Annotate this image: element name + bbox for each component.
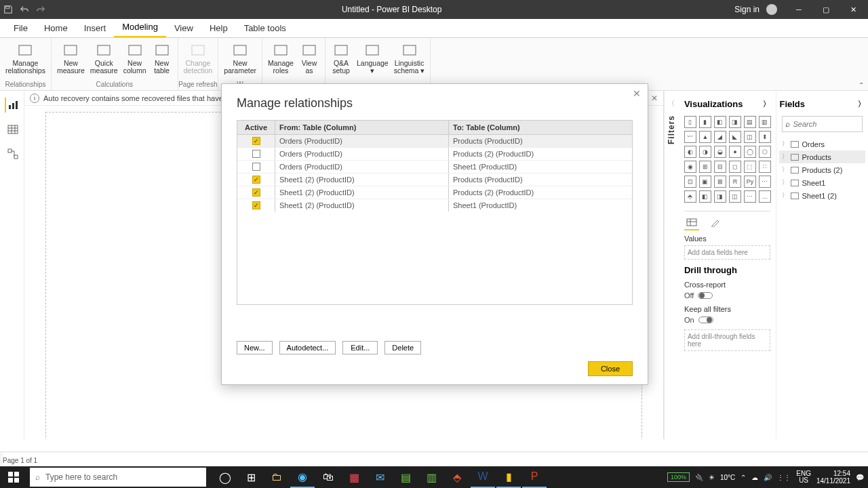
report-view-icon[interactable] (5, 98, 20, 113)
ribbon-linguistic[interactable]: Linguisticschema ▾ (391, 41, 428, 80)
viz-item-11[interactable]: ⬍ (759, 131, 771, 143)
viz-item-20[interactable]: ⊟ (714, 161, 726, 173)
tab-modeling[interactable]: Modeling (114, 18, 166, 37)
ribbon-new[interactable]: Newparameter (221, 41, 259, 80)
powerpoint-icon[interactable]: P (522, 466, 547, 488)
start-button[interactable] (0, 466, 27, 488)
field-orders[interactable]: 〉Orders (779, 138, 865, 150)
filters-expand-icon[interactable]: 〈 (668, 99, 675, 108)
ribbon-manage[interactable]: Manageroles (265, 41, 296, 80)
viz-item-10[interactable]: ◫ (744, 131, 756, 143)
viz-item-0[interactable]: ▯ (684, 116, 696, 128)
redo-icon[interactable] (33, 0, 49, 19)
viz-item-33[interactable]: ◫ (729, 190, 741, 203)
relationship-row[interactable]: ✓Sheet1 (2) (ProductID)Sheet1 (ProductID… (237, 199, 632, 211)
cross-report-toggle[interactable] (698, 292, 713, 299)
viz-item-27[interactable]: R (729, 176, 741, 188)
tab-home[interactable]: Home (36, 19, 76, 37)
viz-item-28[interactable]: Py (744, 176, 756, 188)
taskview-icon[interactable]: ⊞ (239, 466, 263, 488)
weather-icon[interactable]: ☀ (709, 474, 715, 481)
notice-close-icon[interactable]: ✕ (651, 94, 658, 103)
field-products[interactable]: 〉Products (779, 150, 865, 163)
explorer-icon[interactable]: 🗀 (264, 466, 289, 488)
viz-item-19[interactable]: ⊞ (699, 161, 711, 173)
lang-2[interactable]: US (796, 477, 811, 484)
powerbi-icon[interactable]: ▮ (496, 466, 521, 488)
app-red-icon[interactable]: ▦ (342, 466, 366, 488)
cortana-icon[interactable]: ◯ (213, 466, 237, 488)
viz-item-24[interactable]: ⊡ (684, 176, 696, 188)
active-checkbox[interactable] (252, 163, 260, 171)
ribbon-q-a[interactable]: Q&Asetup (328, 41, 354, 80)
viz-item-31[interactable]: ◧ (699, 190, 711, 203)
active-checkbox[interactable]: ✓ (252, 201, 260, 209)
app-green2-icon[interactable]: ▥ (419, 466, 443, 488)
viz-item-17[interactable]: ⬡ (759, 146, 771, 158)
tray-expand-icon[interactable]: ⌃ (741, 474, 746, 481)
taskbar-search[interactable]: ⌕Type here to search (30, 468, 206, 487)
delete-button[interactable]: Delete (384, 341, 421, 354)
viz-item-23[interactable]: ∷ (759, 161, 771, 173)
maximize-button[interactable]: ▢ (814, 0, 838, 19)
viz-item-35[interactable]: … (759, 190, 771, 203)
viz-item-6[interactable]: 〰 (684, 131, 696, 143)
word-icon[interactable]: W (471, 466, 495, 488)
viz-item-21[interactable]: ◻ (729, 161, 741, 173)
viz-item-7[interactable]: ▲ (699, 131, 711, 143)
field-sheet1[interactable]: 〉Sheet1 (779, 176, 865, 189)
mail-icon[interactable]: ✉ (368, 466, 392, 488)
tab-view[interactable]: View (166, 19, 201, 37)
ribbon-quick[interactable]: Quickmeasure (87, 41, 121, 80)
minimize-button[interactable]: ─ (787, 0, 811, 19)
relationship-row[interactable]: Orders (ProductID)Products (2) (ProductI… (237, 148, 632, 161)
active-checkbox[interactable]: ✓ (252, 188, 260, 197)
viz-item-4[interactable]: ▤ (744, 116, 756, 128)
active-checkbox[interactable]: ✓ (252, 137, 260, 145)
tab-table-tools[interactable]: Table tools (236, 19, 294, 37)
viz-item-32[interactable]: ◨ (714, 190, 726, 203)
ribbon-new[interactable]: Newcolumn (121, 41, 149, 80)
viz-collapse-icon[interactable]: 〉 (763, 99, 770, 109)
dialog-close-icon[interactable]: ✕ (633, 88, 641, 99)
volume-icon[interactable]: 🔊 (764, 474, 772, 481)
viz-item-5[interactable]: ▥ (759, 116, 771, 128)
drill-drop[interactable]: Add drill-through fields here (684, 329, 771, 351)
office-icon[interactable]: ⬘ (445, 466, 469, 488)
viz-item-8[interactable]: ◢ (714, 131, 726, 143)
relationship-row[interactable]: Orders (ProductID)Sheet1 (ProductID) (237, 161, 632, 174)
undo-icon[interactable] (16, 0, 33, 19)
filters-pane-collapsed[interactable]: 〈 Filters (664, 91, 679, 453)
fields-search-input[interactable] (793, 120, 859, 128)
ribbon-collapse-icon[interactable]: ⌃ (859, 81, 864, 89)
model-view-icon[interactable] (5, 146, 20, 161)
ribbon-view[interactable]: Viewas (296, 41, 322, 80)
viz-item-9[interactable]: ◣ (729, 131, 741, 143)
format-tab-icon[interactable] (707, 216, 722, 230)
tab-help[interactable]: Help (201, 19, 236, 37)
relationship-row[interactable]: ✓Orders (ProductID)Products (ProductID) (237, 135, 632, 148)
active-checkbox[interactable]: ✓ (252, 176, 260, 184)
fields-collapse-icon[interactable]: 〉 (858, 99, 865, 109)
viz-item-3[interactable]: ◨ (729, 116, 741, 128)
ribbon-new[interactable]: Newmeasure (54, 41, 87, 80)
power-icon[interactable]: 🔌 (695, 474, 703, 481)
viz-item-16[interactable]: ◯ (744, 146, 756, 158)
viz-item-34[interactable]: ⋯ (744, 190, 756, 203)
viz-item-18[interactable]: ◉ (684, 161, 696, 173)
edit-button[interactable]: Edit... (342, 341, 378, 354)
wifi-icon[interactable]: ⋮⋮ (777, 474, 791, 481)
viz-item-1[interactable]: ▮ (699, 116, 711, 128)
viz-item-13[interactable]: ◑ (699, 146, 711, 158)
fields-search[interactable]: ⌕ (782, 116, 863, 132)
user-avatar-icon[interactable] (766, 4, 777, 15)
ribbon-language[interactable]: Language▾ (354, 41, 391, 80)
edge-icon[interactable]: ◉ (290, 466, 315, 488)
close-button[interactable]: Close (588, 361, 633, 376)
viz-item-15[interactable]: ● (729, 146, 741, 158)
field-sheet1-2-[interactable]: 〉Sheet1 (2) (779, 189, 865, 202)
viz-item-14[interactable]: ◒ (714, 146, 726, 158)
viz-item-22[interactable]: ⬚ (744, 161, 756, 173)
viz-item-12[interactable]: ◐ (684, 146, 696, 158)
field-products-2-[interactable]: 〉Products (2) (779, 163, 865, 176)
